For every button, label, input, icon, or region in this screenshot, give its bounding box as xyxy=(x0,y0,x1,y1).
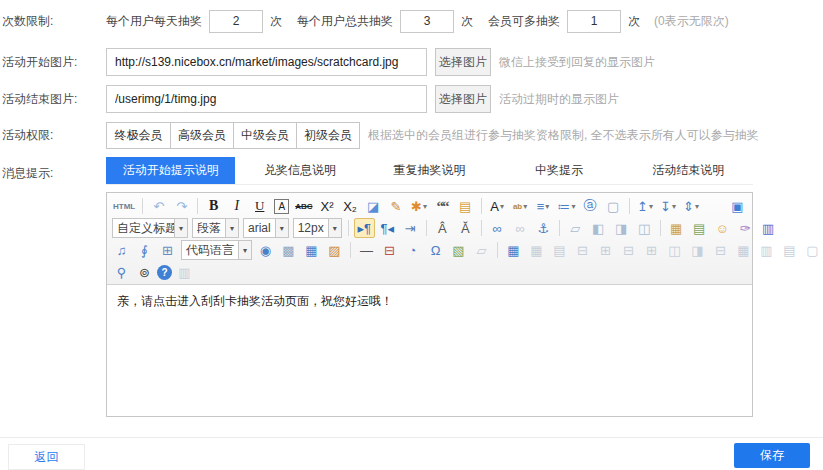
special-chars-icon[interactable]: Ω xyxy=(425,240,446,260)
insert-frame-icon[interactable]: ⊞ xyxy=(157,240,178,260)
insert-table-icon[interactable]: ▦ xyxy=(503,240,524,260)
insert-date-icon[interactable]: ⊟ xyxy=(379,240,400,260)
tab-activity-end[interactable]: 活动结束说明 xyxy=(624,157,753,184)
screenshot-icon[interactable]: ▱ xyxy=(471,240,492,260)
permission-option-middle-member[interactable]: 中级会员 xyxy=(233,123,296,148)
blank-page-icon[interactable]: ▢ xyxy=(802,240,823,260)
daily-draw-count-input[interactable] xyxy=(209,10,263,33)
limit-hint: (0表示无限次) xyxy=(654,13,729,30)
image-right-align-icon[interactable]: ◨ xyxy=(611,218,632,238)
code-language-select[interactable]: 代码语言▾ xyxy=(181,240,252,260)
custom-style-select[interactable]: 自定义标题▾ xyxy=(112,218,188,238)
tab-redeem-info[interactable]: 兑奖信息说明 xyxy=(235,157,364,184)
permission-option-senior-member[interactable]: 高级会员 xyxy=(170,123,233,148)
save-button[interactable]: 保存 xyxy=(734,443,810,468)
line-height-button[interactable]: ⇕▾ xyxy=(681,196,702,216)
insert-time-icon[interactable]: ◔ xyxy=(402,240,423,260)
indent-icon[interactable]: ⇥ xyxy=(400,218,421,238)
help-icon[interactable]: ? xyxy=(157,265,172,280)
unordered-list-button[interactable]: ≔▾ xyxy=(556,196,578,216)
italic-button[interactable]: I xyxy=(226,196,247,216)
total-draw-count-input[interactable] xyxy=(400,10,454,33)
start-image-url-input[interactable] xyxy=(106,48,427,76)
image-default-align-icon[interactable]: ▱ xyxy=(565,218,586,238)
superscript-button[interactable]: X² xyxy=(317,196,338,216)
music-icon[interactable]: ♫ xyxy=(111,240,132,260)
uppercase-icon[interactable]: Â xyxy=(432,218,453,238)
insert-image-icon[interactable]: ▦ xyxy=(666,218,687,238)
anchor-icon[interactable]: ⚓ xyxy=(533,218,554,238)
font-size-select[interactable]: 12px▾ xyxy=(293,218,342,238)
tab-repeat-draw[interactable]: 重复抽奖说明 xyxy=(365,157,494,184)
ordered-list-button[interactable]: ≡▾ xyxy=(533,196,554,216)
font-family-select[interactable]: arial▾ xyxy=(243,218,289,238)
strikethrough-button[interactable]: ABC xyxy=(293,196,314,216)
underline-button[interactable]: U xyxy=(249,196,270,216)
attachment-icon[interactable]: ∮ xyxy=(134,240,155,260)
table-title-icon[interactable]: ▤ xyxy=(549,240,570,260)
merge-right-icon[interactable]: ◨ xyxy=(687,240,708,260)
back-button[interactable]: 返回 xyxy=(8,444,85,470)
delete-row-icon[interactable]: ⊟ xyxy=(618,240,639,260)
split-rows-icon[interactable]: ▥ xyxy=(756,240,777,260)
horizontal-rule-icon[interactable]: — xyxy=(356,240,377,260)
blockquote-icon[interactable]: ““ xyxy=(432,196,453,216)
bold-button[interactable]: B xyxy=(203,196,224,216)
unlink-icon[interactable]: ∞ xyxy=(510,218,531,238)
paste-plain-icon[interactable]: ▤ xyxy=(455,196,476,216)
editor-content-area[interactable]: 亲，请点击进入刮刮卡抽奖活动页面，祝您好运哦！ xyxy=(107,285,752,416)
undo-icon[interactable]: ↶ xyxy=(148,196,169,216)
insert-code-icon[interactable]: ◉ xyxy=(255,240,276,260)
google-map-icon[interactable]: ▨ xyxy=(324,240,345,260)
insert-row-icon[interactable]: ⊟ xyxy=(572,240,593,260)
subscript-button[interactable]: X₂ xyxy=(340,196,361,216)
custom-style-select-value: 自定义标题 xyxy=(113,219,174,237)
upload-image-icon[interactable]: ▤ xyxy=(689,218,710,238)
source-code-button[interactable]: HTML xyxy=(111,196,137,216)
word-image-icon[interactable]: ▧ xyxy=(448,240,469,260)
permission-option-ultimate-member[interactable]: 终极会员 xyxy=(107,123,170,148)
clear-doc-icon[interactable]: ▢ xyxy=(603,196,624,216)
split-cols-icon[interactable]: ▤ xyxy=(779,240,800,260)
start-image-pick-button[interactable]: 选择图片 xyxy=(435,48,491,76)
image-center-align-icon[interactable]: ◫ xyxy=(634,218,655,238)
auto-typeset-icon[interactable]: ✱▾ xyxy=(409,196,430,216)
scrawl-icon[interactable]: ✑ xyxy=(735,218,756,238)
clipboard-icon[interactable]: ▥ xyxy=(174,262,195,282)
link-icon[interactable]: ∞ xyxy=(487,218,508,238)
delete-col-icon[interactable]: ⊞ xyxy=(641,240,662,260)
insert-video-icon[interactable]: ▥ xyxy=(758,218,779,238)
end-image-pick-button[interactable]: 选择图片 xyxy=(435,85,491,113)
permission-option-junior-member[interactable]: 初级会员 xyxy=(296,123,359,148)
rtl-direction-icon[interactable]: ¶◂ xyxy=(377,218,398,238)
emotion-icon[interactable]: ☺ xyxy=(712,218,733,238)
merge-cells-icon[interactable]: ◫ xyxy=(664,240,685,260)
merge-down-icon[interactable]: ⊟ xyxy=(710,240,731,260)
tab-winning-tip[interactable]: 中奖提示 xyxy=(494,157,623,184)
paragraph-spacing-bottom-button[interactable]: ↧▾ xyxy=(658,196,679,216)
end-image-url-input[interactable] xyxy=(106,85,427,113)
lowercase-icon[interactable]: Ǎ xyxy=(455,218,476,238)
font-border-button[interactable]: A xyxy=(274,199,289,214)
tab-activity-start-tip[interactable]: 活动开始提示说明 xyxy=(106,157,235,184)
split-cells-icon[interactable]: ▦ xyxy=(733,240,754,260)
redo-icon[interactable]: ↷ xyxy=(171,196,192,216)
image-left-align-icon[interactable]: ◧ xyxy=(588,218,609,238)
edit-table-icon[interactable]: ▦ xyxy=(301,240,322,260)
preview-icon[interactable]: ⚲ xyxy=(111,262,132,282)
ltr-direction-icon[interactable]: ▸¶ xyxy=(354,218,375,238)
find-replace-icon[interactable]: ⊚ xyxy=(134,262,155,282)
paragraph-spacing-top-button[interactable]: ↥▾ xyxy=(635,196,656,216)
delete-table-icon[interactable]: ▦ xyxy=(526,240,547,260)
remove-format-icon[interactable]: ◪ xyxy=(363,196,384,216)
paragraph-select[interactable]: 段落▾ xyxy=(192,218,239,238)
chevron-down-icon: ▾ xyxy=(225,219,238,237)
member-extra-draw-count-input[interactable] xyxy=(567,10,621,33)
fullscreen-icon[interactable]: ▣ xyxy=(727,196,748,216)
insert-col-icon[interactable]: ⊞ xyxy=(595,240,616,260)
font-color-button[interactable]: A▾ xyxy=(487,196,508,216)
map-icon[interactable]: ▩ xyxy=(278,240,299,260)
format-painter-icon[interactable]: ✎ xyxy=(386,196,407,216)
highlight-color-button[interactable]: ab▾ xyxy=(510,196,531,216)
select-all-icon[interactable]: ⓐ xyxy=(580,196,601,216)
